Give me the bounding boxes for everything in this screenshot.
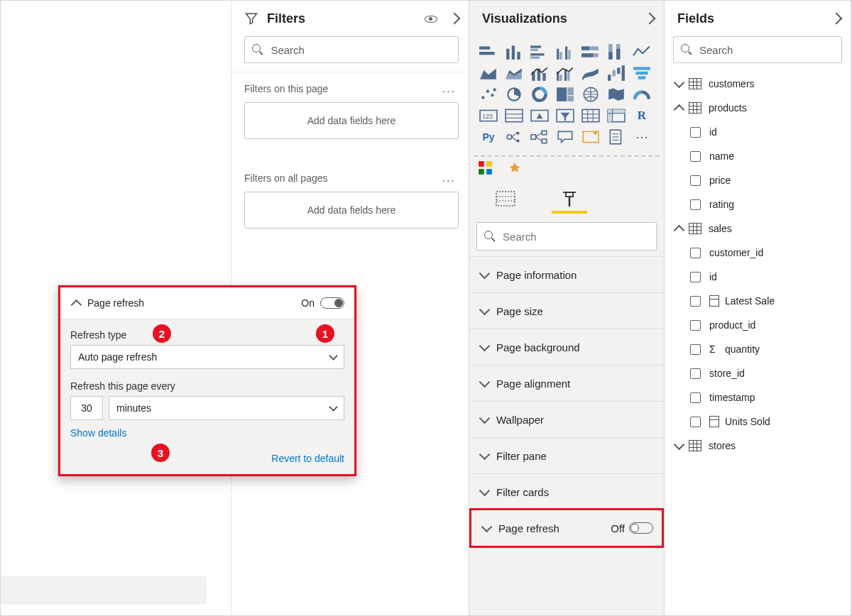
- field-checkbox[interactable]: [690, 272, 701, 282]
- viz-clustered-column[interactable]: [555, 43, 576, 60]
- field-checkbox[interactable]: [690, 151, 701, 162]
- viz-key-influencers[interactable]: [503, 128, 525, 145]
- viz-decomposition-tree[interactable]: [529, 128, 550, 145]
- refresh-interval-value[interactable]: 30: [70, 396, 103, 420]
- field-column[interactable]: name: [665, 144, 851, 168]
- viz-100-stacked-bar[interactable]: [580, 43, 601, 60]
- svg-rect-6: [530, 45, 541, 48]
- preview-eye-icon[interactable]: [425, 12, 437, 25]
- viz-filled-map[interactable]: [606, 86, 627, 103]
- field-column[interactable]: Latest Sale: [665, 289, 851, 313]
- viz-appsource-icon[interactable]: [478, 160, 493, 178]
- chevron-up-icon[interactable]: [70, 299, 82, 310]
- field-checkbox[interactable]: [690, 127, 701, 138]
- viz-clustered-bar[interactable]: [529, 43, 550, 60]
- viz-more[interactable]: ⋯: [631, 128, 652, 145]
- refresh-type-label: Refresh type: [70, 329, 344, 341]
- format-page-background[interactable]: Page background: [469, 329, 664, 365]
- viz-line-stacked-column[interactable]: [529, 65, 550, 82]
- refresh-type-select[interactable]: Auto page refresh: [70, 345, 344, 369]
- viz-stacked-area[interactable]: [503, 65, 525, 82]
- viz-stacked-column[interactable]: [503, 43, 525, 60]
- field-checkbox[interactable]: [690, 248, 701, 258]
- viz-stacked-bar[interactable]: [478, 43, 499, 60]
- field-checkbox[interactable]: [690, 368, 701, 379]
- field-table-sales[interactable]: sales: [665, 216, 851, 241]
- tab-fields[interactable]: [488, 191, 523, 218]
- viz-paginated-report[interactable]: [606, 128, 627, 145]
- field-checkbox[interactable]: [690, 344, 701, 355]
- viz-matrix[interactable]: [606, 107, 627, 124]
- viz-card[interactable]: 123: [478, 107, 499, 124]
- field-checkbox[interactable]: [690, 320, 701, 331]
- viz-area[interactable]: [478, 65, 499, 82]
- field-checkbox[interactable]: [690, 175, 701, 186]
- field-column[interactable]: quantity: [665, 337, 851, 361]
- viz-format-search[interactable]: [476, 222, 657, 251]
- viz-multi-row-card[interactable]: [503, 107, 525, 124]
- field-column[interactable]: id: [665, 265, 851, 289]
- viz-format-search-input[interactable]: [501, 230, 649, 243]
- format-page-refresh[interactable]: Page refresh Off: [471, 510, 662, 546]
- viz-scatter[interactable]: [478, 86, 499, 103]
- viz-slicer[interactable]: [555, 107, 576, 124]
- filters-all-dropzone[interactable]: Add data fields here: [244, 192, 459, 229]
- viz-line[interactable]: [631, 43, 652, 60]
- collapse-fields-icon[interactable]: [831, 13, 843, 25]
- callout-toggle[interactable]: [320, 297, 344, 309]
- field-column[interactable]: id: [665, 120, 851, 144]
- field-checkbox[interactable]: [690, 417, 701, 427]
- collapse-viz-icon[interactable]: [644, 13, 656, 25]
- viz-map[interactable]: [580, 86, 601, 103]
- viz-table[interactable]: [580, 107, 601, 124]
- fields-search[interactable]: [673, 36, 842, 63]
- field-checkbox[interactable]: [690, 296, 701, 307]
- tab-format[interactable]: [552, 191, 587, 218]
- viz-gauge[interactable]: [631, 86, 652, 103]
- field-column[interactable]: Units Sold: [665, 409, 851, 434]
- filters-search[interactable]: [244, 36, 459, 63]
- viz-line-clustered-column[interactable]: [555, 65, 576, 82]
- field-column[interactable]: store_id: [665, 361, 851, 385]
- filters-search-input[interactable]: [269, 43, 451, 57]
- filters-page-dropzone[interactable]: Add data fields here: [244, 102, 459, 139]
- viz-kpi[interactable]: [529, 107, 550, 124]
- field-column[interactable]: timestamp: [665, 385, 851, 409]
- format-filter-pane[interactable]: Filter pane: [469, 437, 664, 473]
- viz-pin-icon[interactable]: [508, 161, 522, 177]
- refresh-interval-unit-select[interactable]: minutes: [109, 396, 344, 420]
- viz-funnel[interactable]: [631, 65, 652, 82]
- field-column[interactable]: customer_id: [665, 241, 851, 265]
- viz-100-stacked-column[interactable]: [606, 43, 627, 60]
- fields-search-input[interactable]: [698, 43, 834, 57]
- field-column[interactable]: rating: [665, 192, 851, 216]
- format-page-information[interactable]: Page information: [469, 256, 664, 292]
- revert-to-default-link[interactable]: Revert to default: [271, 453, 344, 464]
- format-page-alignment[interactable]: Page alignment: [469, 365, 664, 401]
- filters-page-more-icon[interactable]: ...: [442, 82, 456, 95]
- viz-waterfall[interactable]: [606, 65, 627, 82]
- format-wallpaper[interactable]: Wallpaper: [469, 401, 664, 437]
- viz-qna[interactable]: [555, 128, 576, 145]
- viz-pie[interactable]: [503, 86, 525, 103]
- filters-all-more-icon[interactable]: ...: [442, 172, 456, 185]
- field-table-products[interactable]: products: [665, 96, 851, 120]
- viz-python[interactable]: Py: [478, 128, 499, 145]
- field-column[interactable]: price: [665, 168, 851, 192]
- field-table-customers[interactable]: customers: [665, 72, 851, 96]
- show-details-link[interactable]: Show details: [70, 427, 126, 439]
- viz-smart-narrative[interactable]: [580, 128, 601, 145]
- format-filter-cards[interactable]: Filter cards: [469, 473, 664, 510]
- viz-ribbon[interactable]: [580, 65, 601, 82]
- viz-r[interactable]: R: [631, 107, 652, 124]
- collapse-filters-icon[interactable]: [449, 13, 461, 25]
- page-refresh-toggle[interactable]: [629, 522, 653, 534]
- viz-donut[interactable]: [529, 86, 550, 103]
- viz-treemap[interactable]: [555, 86, 576, 103]
- format-page-size[interactable]: Page size: [469, 292, 664, 329]
- field-checkbox[interactable]: [690, 392, 701, 403]
- svg-rect-68: [531, 135, 536, 140]
- field-checkbox[interactable]: [690, 199, 701, 210]
- field-column[interactable]: product_id: [665, 313, 851, 337]
- field-table-stores[interactable]: stores: [665, 434, 851, 458]
